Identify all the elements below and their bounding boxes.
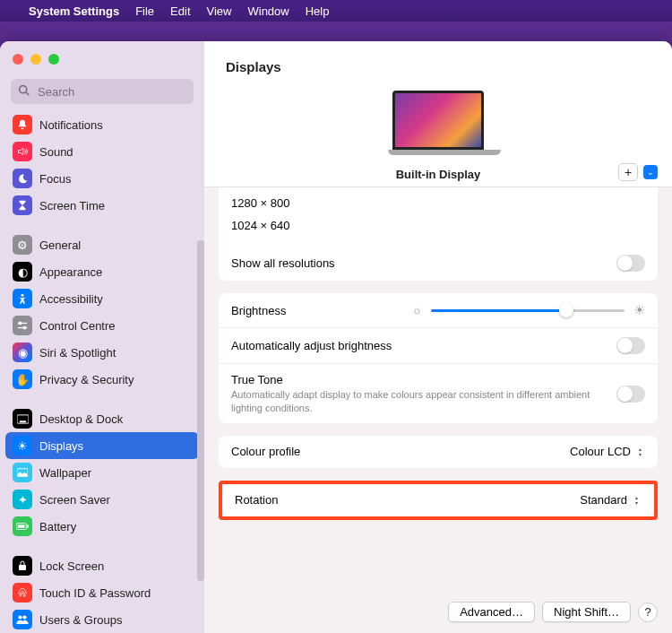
speaker-icon [13,142,32,161]
appearance-icon: ◐ [13,262,32,282]
battery-icon [13,516,32,536]
dropdown-value: Standard [580,493,627,507]
sparkle-icon: ✦ [13,490,32,509]
sidebar-item-label: Users & Groups [39,613,122,627]
sidebar-item-label: Siri & Spotlight [39,346,116,360]
lock-icon [13,556,32,576]
auto-brightness-toggle[interactable] [616,337,645,354]
minimize-button[interactable] [30,54,41,65]
slider-thumb[interactable] [559,303,573,317]
sidebar-item-appearance[interactable]: ◐ Appearance [5,258,199,285]
sidebar-item-battery[interactable]: Battery [5,513,199,540]
sidebar-item-label: Wallpaper [39,466,91,480]
row-sublabel: Automatically adapt display to make colo… [231,388,616,414]
sidebar-item-label: Appearance [39,265,102,279]
fingerprint-icon [13,583,32,603]
search-field-wrap [11,79,194,104]
menu-help[interactable]: Help [306,4,330,18]
advanced-button[interactable]: Advanced… [448,602,535,622]
sidebar-item-accessibility[interactable]: Accessibility [5,285,199,312]
row-label: Automatically adjust brightness [231,339,392,352]
show-all-resolutions-toggle[interactable] [616,255,645,272]
dock-icon [13,409,32,429]
footer: Advanced… Night Shift… ? [204,591,672,633]
sidebar-item-displays[interactable]: ☀ Displays [5,432,199,459]
sidebar-item-users-groups[interactable]: Users & Groups [5,606,199,633]
brightness-slider-wrap: ☼ ☀ [412,302,645,318]
sidebar-item-screentime[interactable]: Screen Time [5,192,199,219]
menu-view[interactable]: View [207,4,232,18]
brightness-row: Brightness ☼ ☀ [219,293,658,328]
sidebar-item-touchid[interactable]: Touch ID & Password [5,579,199,606]
menu-file[interactable]: File [135,4,154,18]
main-content: Displays Built-in Display + ⌄ 1280 × 800… [204,41,672,633]
sun-small-icon: ☼ [412,304,422,316]
svg-rect-13 [19,565,26,570]
chevron-updown-icon: ▴▾ [631,493,642,507]
sidebar-item-focus[interactable]: Focus [5,165,199,192]
sidebar-item-label: Lock Screen [39,559,104,573]
help-button[interactable]: ? [638,603,658,622]
resolution-option[interactable]: 1280 × 800 [231,193,645,215]
svg-rect-11 [18,525,25,528]
window-controls [0,41,204,68]
colour-profile-dropdown[interactable]: Colour LCD ▴▾ [570,445,645,459]
menu-window[interactable]: Window [247,4,289,18]
sidebar-item-wallpaper[interactable]: Wallpaper [5,459,199,486]
resolution-option[interactable]: 1024 × 640 [231,215,645,238]
sidebar-item-label: Screen Saver [39,493,110,507]
sun-large-icon: ☀ [633,302,645,318]
sidebar: Notifications Sound Focus Screen Time [0,41,204,633]
svg-rect-8 [19,421,25,422]
svg-line-1 [26,92,29,95]
sidebar-item-label: Notifications [39,118,103,132]
sidebar-item-label: Battery [39,520,76,533]
svg-rect-12 [27,525,29,528]
sidebar-item-lock-screen[interactable]: Lock Screen [5,552,199,579]
sidebar-item-label: General [39,238,81,252]
true-tone-toggle[interactable] [616,386,645,403]
brightness-group: Brightness ☼ ☀ Automatically adjust brig… [219,293,658,423]
brightness-slider[interactable] [431,309,625,312]
search-input[interactable] [11,79,194,104]
rotation-group: Rotation Standard ▴▾ [222,484,654,516]
search-icon [18,84,30,99]
row-label: True Tone [231,373,616,386]
hourglass-icon [13,195,32,215]
maximize-button[interactable] [48,54,59,65]
rotation-highlight: Rotation Standard ▴▾ [219,481,658,520]
sidebar-scrollbar[interactable] [197,240,204,581]
current-display-name: Built-in Display [396,168,481,181]
app-menu[interactable]: System Settings [29,4,119,18]
row-label: Colour profile [231,445,300,458]
resolution-list[interactable]: 1280 × 800 1024 × 640 [219,187,658,246]
sidebar-item-desktop-dock[interactable]: Desktop & Dock [5,405,199,432]
users-icon [13,610,32,629]
sidebar-item-control-centre[interactable]: Control Centre [5,312,199,339]
display-preview: Built-in Display + ⌄ [204,82,672,186]
sidebar-item-label: Sound [39,145,73,159]
sidebar-list: Notifications Sound Focus Screen Time [0,111,204,633]
svg-point-6 [23,326,26,329]
night-shift-button[interactable]: Night Shift… [542,602,631,622]
sidebar-item-sound[interactable]: Sound [5,138,199,165]
add-display-button[interactable]: + [618,163,638,181]
sidebar-item-screensaver[interactable]: ✦ Screen Saver [5,486,199,513]
sidebar-item-notifications[interactable]: Notifications [5,111,199,138]
sidebar-item-siri[interactable]: ◉ Siri & Spotlight [5,339,199,366]
svg-point-0 [20,86,27,93]
sidebar-item-label: Displays [39,439,83,453]
colour-profile-row: Colour profile Colour LCD ▴▾ [219,436,658,468]
display-options-dropdown[interactable]: ⌄ [643,165,658,179]
settings-scroll-area[interactable]: 1280 × 800 1024 × 640 Show all resolutio… [204,187,672,591]
rotation-dropdown[interactable]: Standard ▴▾ [580,493,642,507]
sidebar-item-privacy[interactable]: ✋ Privacy & Security [5,366,199,393]
sidebar-item-label: Control Centre [39,319,116,333]
sidebar-item-label: Focus [39,172,71,186]
sidebar-item-general[interactable]: ⚙ General [5,231,199,258]
sidebar-item-label: Accessibility [39,292,103,306]
photo-icon [13,463,32,482]
moon-icon [13,169,32,188]
menu-edit[interactable]: Edit [170,4,190,18]
close-button[interactable] [13,54,23,65]
